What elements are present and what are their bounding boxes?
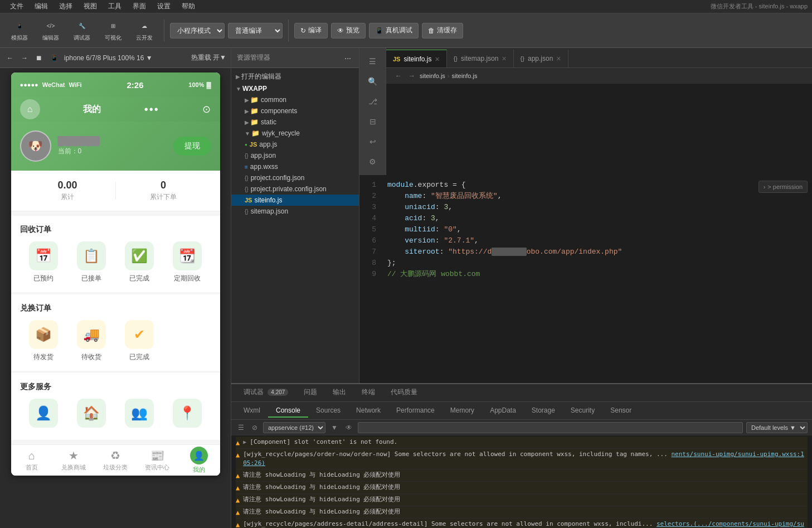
tree-appjson[interactable]: {} app.json	[231, 150, 359, 161]
tab-close-appjson[interactable]: ×	[556, 54, 561, 63]
mode-select[interactable]: 小程序模式 插件模式	[170, 23, 225, 38]
tree-projectconfig[interactable]: {} project.config.json	[231, 172, 359, 183]
recycle-item-3[interactable]: 📆 定期回收	[163, 241, 211, 283]
hotreload-label[interactable]: 热重载 开▼	[191, 53, 226, 62]
tab-wxml[interactable]: Wxml	[236, 404, 268, 418]
service-item-3[interactable]: 📍	[163, 399, 211, 431]
service-arrow-btn[interactable]: ▼	[329, 423, 340, 433]
device-label[interactable]: iphone 6/7/8 Plus 100% 16 ▼	[64, 54, 153, 62]
search-btn[interactable]: 🔍	[363, 72, 383, 90]
right-hint[interactable]: › > permission	[758, 181, 808, 193]
recycle-item-2[interactable]: ✅ 已完成	[115, 241, 163, 283]
menu-file[interactable]: 文件	[4, 1, 29, 12]
clear-btn[interactable]: 🗑 清缓存	[422, 23, 463, 38]
tree-common[interactable]: ▶ 📁 common	[231, 94, 359, 105]
recycle-item-1[interactable]: 📋 已接单	[67, 241, 115, 283]
menu-select[interactable]: 选择	[54, 1, 78, 12]
tab-sensor[interactable]: Sensor	[602, 404, 639, 418]
tree-wxapp[interactable]: ▼ WXAPP	[231, 83, 359, 94]
tab-security[interactable]: Security	[563, 404, 602, 418]
service-item-1[interactable]: 🏠	[67, 399, 115, 431]
devtool-tab-quality[interactable]: 代码质量	[383, 385, 425, 400]
menu-edit[interactable]: 编辑	[29, 1, 54, 12]
wrap-btn[interactable]: ↩	[363, 133, 383, 151]
tree-wjyk-recycle[interactable]: ▼ 📁 wjyk_recycle	[231, 128, 359, 139]
back-btn[interactable]: ←	[4, 53, 16, 63]
nav-news[interactable]: 📰 资讯中心	[137, 445, 178, 476]
editor-content[interactable]: 1 2 3 4 5 6 7 8 9 module.exports = {	[359, 175, 812, 383]
devtool-tab-output[interactable]: 输出	[325, 385, 354, 400]
split-btn[interactable]: ⊟	[363, 113, 383, 130]
visible-btn[interactable]: ⊞ 可视化	[99, 17, 127, 45]
realtest-btn[interactable]: 📱 真机调试	[369, 23, 419, 38]
exchange-item-2[interactable]: ✔ 已完成	[115, 320, 163, 362]
console-link-1[interactable]: nents/sunui-upimg/sunui-upimg.wxss:105:2…	[243, 451, 804, 467]
tree-appwxss[interactable]: ≡ app.wxss	[231, 161, 359, 172]
mobile-icon[interactable]: 📱	[48, 53, 61, 63]
tree-open-editors[interactable]: ▶ 打开的编辑器	[231, 70, 359, 83]
service-item-2[interactable]: 👥	[115, 399, 163, 431]
devtool-tab-issues[interactable]: 问题	[296, 385, 325, 400]
compile-select[interactable]: 普通编译 自定义编译	[228, 23, 283, 38]
tree-static[interactable]: ▶ 📁 static	[231, 117, 359, 128]
nav-home[interactable]: ⌂ 首页	[11, 445, 53, 476]
tree-projectprivate[interactable]: {} project.private.config.json	[231, 183, 359, 195]
bc-back-btn[interactable]: ←	[393, 71, 404, 81]
home-btn[interactable]: ⌂	[20, 99, 40, 119]
tab-network[interactable]: Network	[348, 404, 388, 418]
editor-btn[interactable]: </> 编辑器	[37, 17, 65, 45]
menu-tools[interactable]: 工具	[103, 1, 127, 12]
minimap-btn[interactable]: ☰	[363, 52, 383, 70]
nav-mine[interactable]: 👤 我的	[178, 445, 220, 476]
simulator-btn[interactable]: 📱 模拟器	[6, 17, 33, 45]
nav-mall[interactable]: ★ 兑换商城	[53, 445, 95, 476]
devtool-tab-terminal[interactable]: 终端	[354, 385, 383, 400]
tab-appdata[interactable]: AppData	[482, 404, 524, 418]
console-sidebar-btn[interactable]: ☰	[236, 423, 246, 433]
cloud-btn[interactable]: ☁ 云开发	[130, 17, 158, 45]
branch-btn[interactable]: ⎇	[363, 93, 383, 110]
tab-close-sitemap[interactable]: ×	[502, 54, 506, 63]
tab-performance[interactable]: Performance	[388, 404, 443, 418]
tree-siteinfo[interactable]: JS siteinfo.js	[231, 195, 359, 206]
tree-sitemap[interactable]: {} sitemap.json	[231, 206, 359, 217]
compile-btn[interactable]: ↻ 编译	[294, 23, 328, 38]
recycle-item-0[interactable]: 📅 已预约	[20, 241, 68, 283]
service-select[interactable]: appservice (#12)	[263, 422, 325, 433]
tab-appjson[interactable]: {} app.json ×	[514, 50, 568, 67]
service-item-0[interactable]: 👤	[20, 399, 68, 431]
tree-components[interactable]: ▶ 📁 components	[231, 105, 359, 117]
settings-btn[interactable]: ⚙	[363, 153, 383, 171]
tab-console[interactable]: Console	[268, 404, 308, 418]
devtool-tab-debugger[interactable]: 调试器 4,207	[236, 385, 296, 400]
tab-memory[interactable]: Memory	[443, 404, 482, 418]
tab-sitemap[interactable]: {} sitemap.json ×	[447, 50, 514, 67]
menu-settings[interactable]: 设置	[152, 1, 176, 12]
eye-filter-btn[interactable]: 👁	[343, 423, 354, 433]
nav-more-icon[interactable]: •••	[144, 103, 159, 116]
console-link-6[interactable]: selectors.(.../components/sunui-upimg/su…	[243, 520, 804, 528]
recycle-title: 回收订单	[20, 225, 211, 235]
menu-interface[interactable]: 界面	[127, 1, 152, 12]
bc-forward-btn[interactable]: →	[406, 71, 417, 81]
nav-recycle[interactable]: ♻ 垃圾分类	[95, 445, 137, 476]
tab-storage[interactable]: Storage	[524, 404, 563, 418]
tab-sources[interactable]: Sources	[308, 404, 348, 418]
debugger-btn[interactable]: 🔧 调试器	[68, 17, 96, 45]
forward-btn[interactable]: →	[19, 53, 30, 63]
console-clear-btn[interactable]: ⊘	[250, 423, 260, 433]
exchange-item-1[interactable]: 🚚 待收货	[67, 320, 115, 362]
level-select[interactable]: Default levels ▼ Verbose Info Warnings E…	[746, 422, 808, 433]
preview-btn[interactable]: 👁 预览	[331, 23, 366, 38]
tab-close-siteinfo[interactable]: ×	[435, 55, 440, 64]
menu-view[interactable]: 视图	[78, 1, 103, 12]
withdraw-btn[interactable]: 提现	[173, 137, 211, 156]
tab-siteinfo[interactable]: JS siteinfo.js ×	[386, 50, 447, 67]
exchange-item-0[interactable]: 📦 待发货	[20, 320, 68, 362]
stop-btn[interactable]: ⏹	[33, 53, 45, 63]
menu-help[interactable]: 帮助	[176, 1, 201, 12]
tree-appjs[interactable]: ● JS app.js	[231, 139, 359, 150]
file-more-btn[interactable]: ···	[342, 52, 353, 64]
camera-icon[interactable]: ⊙	[202, 103, 211, 115]
console-filter-input[interactable]	[358, 422, 743, 433]
